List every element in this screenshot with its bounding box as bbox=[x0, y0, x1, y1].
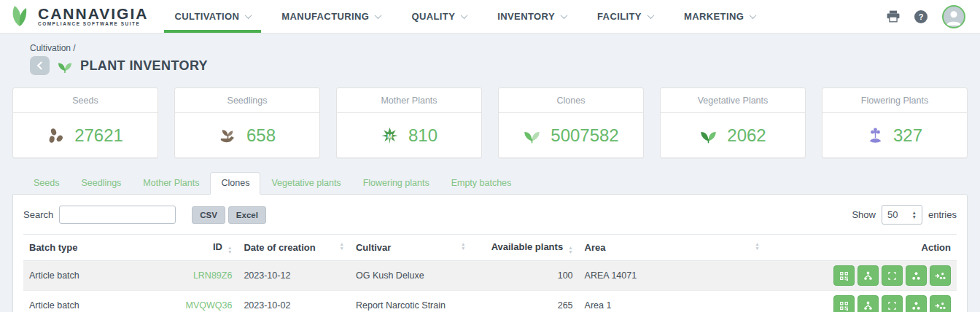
nav-item-marketing[interactable]: MARKETING bbox=[674, 0, 766, 33]
search-label: Search bbox=[23, 209, 53, 220]
main-nav: CULTIVATION MANUFACTURING QUALITY INVENT… bbox=[164, 0, 776, 33]
stat-card-seedlings: Seedlings 658 bbox=[174, 87, 320, 158]
stat-cards: Seeds 27621 Seedlings 658 bbox=[12, 87, 968, 158]
col-action: Action bbox=[766, 235, 957, 261]
csv-export-button[interactable]: CSV bbox=[192, 206, 225, 224]
cell-date: 2023-10-02 bbox=[238, 291, 350, 312]
brand-logo[interactable]: CANNAVIGIA COMPLIANCE SOFTWARE SUITE bbox=[0, 0, 164, 33]
nav-item-inventory[interactable]: INVENTORY bbox=[487, 0, 577, 33]
cell-available: 265 bbox=[471, 291, 578, 312]
cannavigia-leaf-icon bbox=[10, 4, 32, 29]
move-batch-icon[interactable] bbox=[930, 265, 951, 286]
batch-id-link[interactable]: LRN89Z6 bbox=[193, 270, 233, 281]
card-value: 327 bbox=[893, 125, 922, 146]
back-button[interactable] bbox=[30, 56, 50, 75]
sort-icon: ▲▼ bbox=[228, 246, 232, 254]
chevron-down-icon bbox=[750, 12, 757, 19]
tab-seedlings[interactable]: Seedlings bbox=[70, 172, 132, 195]
cell-area: AREA 14071 bbox=[579, 261, 766, 291]
cell-area: Area 1 bbox=[579, 291, 766, 312]
sort-icon: ▲▼ bbox=[568, 246, 572, 254]
stat-card-mother-plants: Mother Plants M 810 bbox=[336, 87, 482, 158]
cell-cultivar: OG Kush Deluxe bbox=[350, 261, 471, 291]
table-row: Article batch LRN89Z6 2023-10-12 OG Kush… bbox=[23, 261, 957, 291]
move-batch-icon[interactable] bbox=[930, 295, 951, 312]
excel-export-button[interactable]: Excel bbox=[228, 206, 266, 224]
person-icon bbox=[944, 7, 963, 26]
chevron-down-icon bbox=[648, 12, 655, 19]
nav-item-facility[interactable]: FACILITY bbox=[587, 0, 664, 33]
sitemap-icon[interactable] bbox=[858, 295, 879, 312]
plant-sprout-icon bbox=[57, 58, 73, 73]
table-header-row: Batch type ID▲▼ Date of creation▲▼ Culti… bbox=[23, 235, 957, 261]
cell-cultivar: Report Narcotic Strain bbox=[350, 291, 471, 312]
tab-flowering-plants[interactable]: Flowering plants bbox=[352, 172, 440, 195]
card-label: Seeds bbox=[13, 88, 158, 113]
entries-label: entries bbox=[928, 209, 957, 220]
col-cultivar[interactable]: Cultivar▲▼ bbox=[350, 235, 471, 261]
nav-item-quality[interactable]: QUALITY bbox=[401, 0, 477, 33]
seedling-hand-icon bbox=[219, 127, 237, 144]
col-available-plants[interactable]: Available plants▲▼ bbox=[471, 235, 578, 261]
cell-id: MVQWQ36 bbox=[168, 291, 238, 312]
page-size-select[interactable]: 50 ▲▼ bbox=[882, 205, 922, 225]
show-label: Show bbox=[852, 209, 876, 220]
brand-wordmark: CANNAVIGIA bbox=[38, 7, 148, 21]
brand-tagline: COMPLIANCE SOFTWARE SUITE bbox=[38, 21, 148, 26]
card-value: 5007582 bbox=[551, 125, 618, 146]
inventory-tabs: Seeds Seedlings Mother Plants Clones Veg… bbox=[12, 172, 968, 194]
card-value: 27621 bbox=[74, 125, 123, 146]
sort-icon: ▲▼ bbox=[461, 242, 465, 250]
chevron-left-icon bbox=[36, 61, 44, 69]
clone-sprout-icon bbox=[523, 127, 541, 144]
stat-card-seeds: Seeds 27621 bbox=[12, 87, 158, 158]
search-input[interactable] bbox=[59, 206, 176, 224]
stat-card-flowering-plants: Flowering Plants 327 bbox=[822, 87, 968, 158]
page-title: PLANT INVENTORY bbox=[80, 58, 208, 74]
chevron-down-icon bbox=[461, 12, 468, 19]
card-label: Vegetative Plants bbox=[661, 88, 805, 113]
tab-seeds[interactable]: Seeds bbox=[23, 172, 70, 195]
qr-code-icon[interactable] bbox=[833, 295, 855, 312]
tab-vegetative-plants[interactable]: Vegetative plants bbox=[260, 172, 351, 195]
card-label: Flowering Plants bbox=[822, 88, 967, 113]
sitemap-icon[interactable] bbox=[858, 265, 879, 286]
vegetative-sprout-icon bbox=[699, 127, 718, 144]
table-row: Article batch MVQWQ36 2023-10-02 Report … bbox=[23, 291, 957, 312]
tab-clones[interactable]: Clones bbox=[210, 172, 260, 195]
user-avatar[interactable] bbox=[942, 5, 965, 28]
cell-batch-type: Article batch bbox=[23, 291, 168, 312]
row-actions bbox=[771, 295, 951, 312]
printer-icon[interactable] bbox=[887, 10, 900, 23]
split-batch-icon[interactable] bbox=[882, 295, 903, 312]
col-area[interactable]: Area▲▼ bbox=[579, 235, 766, 261]
cell-available: 100 bbox=[471, 261, 578, 291]
chevron-down-icon bbox=[561, 12, 568, 19]
col-date-of-creation[interactable]: Date of creation▲▼ bbox=[238, 235, 350, 261]
card-value: 2062 bbox=[727, 125, 766, 146]
col-id[interactable]: ID▲▼ bbox=[168, 235, 238, 261]
sort-icon: ▲▼ bbox=[755, 242, 759, 250]
group-icon[interactable] bbox=[906, 265, 927, 286]
svg-text:M: M bbox=[387, 132, 392, 139]
nav-item-manufacturing[interactable]: MANUFACTURING bbox=[271, 0, 391, 33]
cell-batch-type: Article batch bbox=[23, 261, 168, 291]
tab-mother-plants[interactable]: Mother Plants bbox=[132, 172, 210, 195]
clones-table-panel: Search CSV Excel Show 50 ▲▼ entries bbox=[12, 194, 968, 312]
stat-card-vegetative-plants: Vegetative Plants 2062 bbox=[660, 87, 806, 158]
breadcrumb[interactable]: Cultivation / bbox=[30, 43, 968, 53]
card-label: Clones bbox=[499, 88, 643, 113]
sort-icon: ▲▼ bbox=[340, 242, 344, 250]
batch-id-link[interactable]: MVQWQ36 bbox=[185, 300, 232, 311]
tab-empty-batches[interactable]: Empty batches bbox=[440, 172, 523, 195]
stat-card-clones: Clones 5007582 bbox=[498, 87, 644, 158]
split-batch-icon[interactable] bbox=[882, 265, 903, 286]
col-batch-type[interactable]: Batch type bbox=[23, 235, 168, 261]
flower-icon bbox=[867, 127, 884, 144]
seeds-icon bbox=[47, 127, 65, 144]
nav-item-cultivation[interactable]: CULTIVATION bbox=[164, 0, 261, 33]
mother-leaf-icon: M bbox=[381, 127, 399, 144]
help-icon[interactable]: ? bbox=[914, 10, 928, 23]
qr-code-icon[interactable] bbox=[833, 265, 855, 286]
group-icon[interactable] bbox=[906, 295, 927, 312]
